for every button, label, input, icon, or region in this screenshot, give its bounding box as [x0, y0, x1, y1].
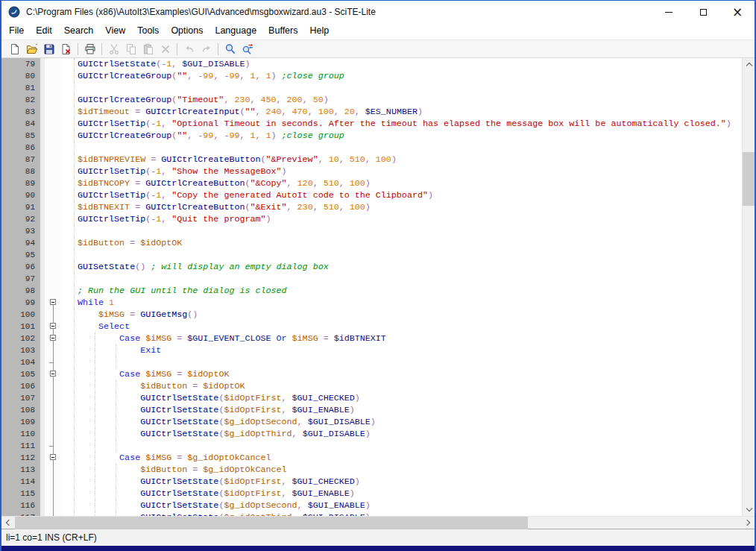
code-text[interactable]: Case $iMSG = $GUI_EVENT_CLOSE Or $iMSG =…: [63, 333, 742, 344]
new-file-button[interactable]: [6, 41, 23, 57]
code-line[interactable]: 96GUISetState() ; will display an empty …: [1, 261, 742, 273]
open-file-button[interactable]: [23, 41, 40, 57]
code-text[interactable]: Case $iMSG = $g_idOptOkCancel: [63, 452, 742, 464]
code-line[interactable]: 106 $idButton = $idOptOK: [1, 380, 742, 392]
code-text[interactable]: $idButton = $idOptOK: [63, 380, 742, 392]
code-line[interactable]: 79GUICtrlSetState(-1, $GUI_DISABLE): [1, 58, 742, 70]
code-line[interactable]: 102 Case $iMSG = $GUI_EVENT_CLOSE Or $iM…: [1, 333, 742, 344]
code-line[interactable]: 90GUICtrlSetTip(-1, "Copy the generated …: [1, 189, 742, 201]
code-line[interactable]: 94$idButton = $idOptOK: [1, 237, 742, 249]
code-line[interactable]: 113 $idButton = $g_idOptOkCancel: [1, 464, 742, 476]
code-line[interactable]: 111: [1, 440, 742, 452]
menu-view[interactable]: View: [99, 23, 131, 40]
code-text[interactable]: Exit: [63, 344, 742, 356]
code-text[interactable]: GUICtrlSetTip(-1, "Copy the generated Au…: [63, 189, 742, 201]
fold-toggle[interactable]: [50, 371, 56, 377]
fold-toggle[interactable]: [50, 323, 56, 329]
code-line[interactable]: 112 Case $iMSG = $g_idOptOkCancel: [1, 452, 742, 464]
code-text[interactable]: $iMSG = GUIGetMsg(): [63, 309, 742, 321]
code-line[interactable]: 81: [1, 82, 742, 94]
menu-tools[interactable]: Tools: [131, 23, 165, 40]
code-line[interactable]: 89$idBTNCOPY = GUICtrlCreateButton("&Cop…: [1, 177, 742, 189]
fold-toggle[interactable]: [50, 454, 56, 460]
code-text[interactable]: GUICtrlSetState($g_idOptSecond, $GUI_DIS…: [63, 416, 742, 428]
code-text[interactable]: GUICtrlCreateGroup("", -99, -99, 1, 1) ;…: [63, 130, 742, 142]
code-line[interactable]: 114 GUICtrlSetState($idOptFirst, $GUI_CH…: [1, 476, 742, 488]
code-line[interactable]: 88GUICtrlSetTip(-1, "Show the MessageBox…: [1, 166, 742, 177]
code-text[interactable]: $idBTNCOPY = GUICtrlCreateButton("&Copy"…: [63, 177, 742, 189]
menu-buffers[interactable]: Buffers: [262, 23, 303, 40]
code-text[interactable]: ; Run the GUI until the dialog is closed: [63, 285, 742, 297]
code-text[interactable]: $idButton = $g_idOptOkCancel: [63, 464, 742, 476]
code-line[interactable]: 117 GUICtrlSetState($g_idOptThird, $GUI_…: [1, 511, 742, 516]
code-text[interactable]: GUICtrlSetState($g_idOptThird, $GUI_DISA…: [63, 428, 742, 440]
code-line[interactable]: 99While 1: [1, 297, 742, 309]
minimize-button[interactable]: [652, 1, 686, 23]
code-text[interactable]: [63, 273, 742, 285]
code-text[interactable]: GUISetState() ; will display an empty di…: [63, 261, 742, 273]
code-line[interactable]: 103 Exit: [1, 344, 742, 356]
code-text[interactable]: [63, 82, 742, 94]
code-line[interactable]: 84GUICtrlSetTip(-1, "Optional Timeout in…: [1, 118, 742, 130]
code-line[interactable]: 85GUICtrlCreateGroup("", -99, -99, 1, 1)…: [1, 130, 742, 142]
code-text[interactable]: GUICtrlSetState($idOptFirst, $GUI_CHECKE…: [63, 392, 742, 404]
code-text[interactable]: [63, 356, 742, 368]
vertical-scrollbar[interactable]: [742, 58, 755, 516]
code-text[interactable]: While 1: [63, 297, 742, 309]
code-line[interactable]: 91$idBTNEXIT = GUICtrlCreateButton("&Exi…: [1, 201, 742, 213]
code-line[interactable]: 100 $iMSG = GUIGetMsg(): [1, 309, 742, 321]
code-text[interactable]: GUICtrlSetTip(-1, "Optional Timeout in s…: [63, 118, 742, 130]
vertical-scrollbar-thumb[interactable]: [743, 152, 755, 206]
code-line[interactable]: 107 GUICtrlSetState($idOptFirst, $GUI_CH…: [1, 392, 742, 404]
code-text[interactable]: [63, 225, 742, 237]
code-text[interactable]: [63, 440, 742, 452]
code-text[interactable]: [63, 249, 742, 261]
fold-toggle[interactable]: [50, 335, 56, 341]
code-text[interactable]: $idTimeout = GUICtrlCreateInput("", 240,…: [63, 106, 742, 118]
find-button[interactable]: [221, 41, 239, 57]
code-line[interactable]: 86: [1, 142, 742, 154]
code-line[interactable]: 109 GUICtrlSetState($g_idOptSecond, $GUI…: [1, 416, 742, 428]
code-line[interactable]: 83$idTimeout = GUICtrlCreateInput("", 24…: [1, 106, 742, 118]
code-text[interactable]: GUICtrlSetState($idOptFirst, $GUI_ENABLE…: [63, 404, 742, 416]
menu-search[interactable]: Search: [58, 23, 100, 40]
code-text[interactable]: $idBTNEXIT = GUICtrlCreateButton("&Exit"…: [63, 201, 742, 213]
code-text[interactable]: GUICtrlSetState($g_idOptSecond, $GUI_ENA…: [63, 500, 742, 511]
code-line[interactable]: 105 Case $iMSG = $idOptOK: [1, 368, 742, 380]
code-text[interactable]: GUICtrlSetState($idOptFirst, $GUI_CHECKE…: [63, 476, 742, 488]
code-line[interactable]: 80GUICtrlCreateGroup("", -99, -99, 1, 1)…: [1, 70, 742, 82]
code-text[interactable]: GUICtrlSetState($g_idOptThird, $GUI_DISA…: [63, 511, 742, 516]
scroll-left-button[interactable]: [1, 517, 14, 529]
code-line[interactable]: 104: [1, 356, 742, 368]
code-text[interactable]: Select: [63, 321, 742, 333]
code-line[interactable]: 93: [1, 225, 742, 237]
code-text[interactable]: GUICtrlSetTip(-1, "Quit the program"): [63, 213, 742, 225]
code-text[interactable]: GUICtrlCreateGroup("", -99, -99, 1, 1) ;…: [63, 70, 742, 82]
code-line[interactable]: 95: [1, 249, 742, 261]
code-line[interactable]: 82GUICtrlCreateGroup("Timeout", 230, 450…: [1, 94, 742, 106]
code-line[interactable]: 98; Run the GUI until the dialog is clos…: [1, 285, 742, 297]
code-line[interactable]: 110 GUICtrlSetState($g_idOptThird, $GUI_…: [1, 428, 742, 440]
code-text[interactable]: GUICtrlSetState(-1, $GUI_DISABLE): [63, 58, 742, 70]
close-button[interactable]: ×: [720, 1, 755, 23]
code-text[interactable]: [63, 142, 742, 154]
horizontal-scrollbar-thumb[interactable]: [15, 517, 528, 529]
menu-options[interactable]: Options: [165, 23, 209, 40]
scroll-right-button[interactable]: [742, 517, 755, 529]
code-line[interactable]: 101 Select: [1, 321, 742, 333]
save-file-button[interactable]: [40, 41, 57, 57]
scroll-up-button[interactable]: [743, 58, 755, 71]
code-text[interactable]: Case $iMSG = $idOptOK: [63, 368, 742, 380]
code-text[interactable]: GUICtrlCreateGroup("Timeout", 230, 450, …: [63, 94, 742, 106]
horizontal-scrollbar[interactable]: [1, 516, 755, 529]
code-line[interactable]: 87$idBTNPREVIEW = GUICtrlCreateButton("&…: [1, 154, 742, 166]
code-text[interactable]: $idButton = $idOptOK: [63, 237, 742, 249]
menu-help[interactable]: Help: [303, 23, 335, 40]
scroll-down-button[interactable]: [743, 503, 755, 516]
print-button[interactable]: [81, 41, 98, 57]
code-text[interactable]: GUICtrlSetState($idOptFirst, $GUI_ENABLE…: [63, 488, 742, 500]
close-file-button[interactable]: [57, 41, 75, 57]
code-text[interactable]: GUICtrlSetTip(-1, "Show the MessageBox"): [63, 166, 742, 177]
menu-file[interactable]: File: [3, 23, 30, 40]
replace-button[interactable]: [239, 41, 256, 57]
